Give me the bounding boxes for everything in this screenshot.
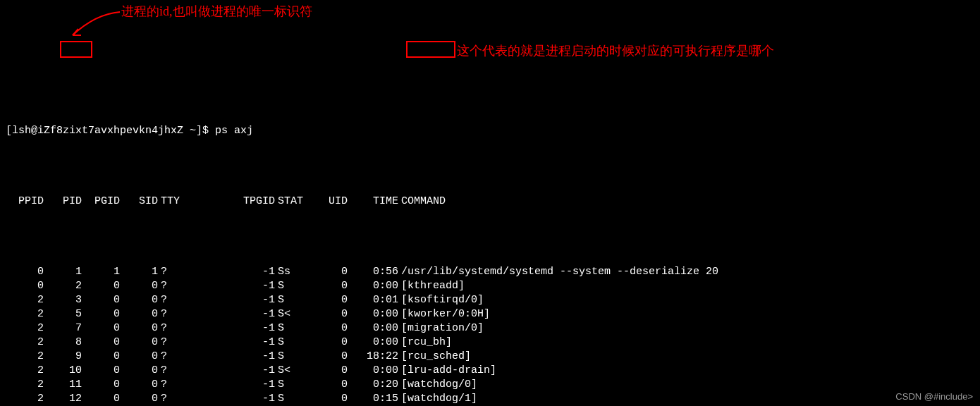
cell-pgid: 0 [82,364,120,378]
cell-stat: S< [275,307,310,321]
cell-pgid: 0 [82,321,120,336]
cell-pid: 10 [44,364,82,378]
cell-time: 0:00 [348,336,398,350]
cell-time: 0:00 [348,307,398,321]
table-row: 2800?-1S00:00[rcu_bh] [6,336,974,350]
cell-pgid: 0 [82,293,120,307]
cell-uid: 0 [310,378,348,392]
col-pid: PID [44,195,82,209]
cell-uid: 0 [310,321,348,336]
process-rows: 0111?-1Ss00:56/usr/lib/systemd/systemd -… [6,265,974,406]
cell-uid: 0 [310,307,348,321]
shell-prompt: [lsh@iZf8zixt7avxhpevkn4jhxZ ~]$ [6,124,215,138]
cell-tty: ? [158,364,224,378]
cell-ppid: 2 [6,307,44,321]
cell-sid: 0 [120,279,158,293]
table-row: 2900?-1S018:22[rcu_sched] [6,350,974,364]
cell-tpgid: -1 [224,336,275,350]
cell-pid: 8 [44,336,82,350]
cell-ppid: 2 [6,350,44,364]
cell-cmd: [ksoftirqd/0] [398,293,974,307]
cell-time: 0:00 [348,321,398,336]
cell-uid: 0 [310,279,348,293]
cell-ppid: 2 [6,293,44,307]
table-header: PPID PID PGID SID TTY TPGID STAT UID TIM… [6,195,974,209]
cell-cmd: [watchdog/0] [398,378,974,392]
annotation-pid: 进程的id,也叫做进程的唯一标识符 [121,3,312,20]
cell-ppid: 2 [6,321,44,336]
cell-pgid: 1 [82,265,120,279]
cell-uid: 0 [310,336,348,350]
col-cmd: COMMAND [398,195,974,209]
cell-sid: 0 [120,350,158,364]
cell-tpgid: -1 [224,350,275,364]
cell-ppid: 2 [6,336,44,350]
col-pgid: PGID [82,195,120,209]
cell-tty: ? [158,321,224,336]
prompt-line: [lsh@iZf8zixt7avxhpevkn4jhxZ ~]$ ps axj [6,124,974,138]
cell-tty: ? [158,336,224,350]
cell-time: 0:01 [348,293,398,307]
cell-sid: 0 [120,378,158,392]
table-row: 21100?-1S00:20[watchdog/0] [6,378,974,392]
cell-uid: 0 [310,364,348,378]
cell-cmd: [kthreadd] [398,279,974,293]
cell-tpgid: -1 [224,293,275,307]
cell-ppid: 2 [6,364,44,378]
annotation-command: 这个代表的就是进程启动的时候对应的可执行程序是哪个 [457,42,774,59]
cell-uid: 0 [310,392,348,406]
table-row: 21200?-1S00:15[watchdog/1] [6,392,974,406]
col-tpgid: TPGID [224,195,275,209]
cell-pgid: 0 [82,307,120,321]
cell-tty: ? [158,265,224,279]
cell-sid: 0 [120,364,158,378]
cell-stat: S [275,293,310,307]
typed-command: ps axj [215,124,253,138]
cell-tpgid: -1 [224,307,275,321]
cell-sid: 0 [120,336,158,350]
cell-uid: 0 [310,265,348,279]
cell-pgid: 0 [82,378,120,392]
cell-uid: 0 [310,293,348,307]
cell-ppid: 0 [6,279,44,293]
cell-pid: 3 [44,293,82,307]
cell-stat: Ss [275,265,310,279]
cell-stat: S< [275,364,310,378]
table-row: 2500?-1S<00:00[kworker/0:0H] [6,307,974,321]
cell-ppid: 2 [6,378,44,392]
cell-tty: ? [158,279,224,293]
terminal-output: [lsh@iZf8zixt7avxhpevkn4jhxZ ~]$ ps axj … [0,0,980,406]
cell-tpgid: -1 [224,364,275,378]
cell-tpgid: -1 [224,378,275,392]
cell-stat: S [275,321,310,336]
col-sid: SID [120,195,158,209]
cell-tpgid: -1 [224,265,275,279]
cell-stat: S [275,279,310,293]
col-time: TIME [348,195,398,209]
watermark: CSDN @#include> [895,391,973,402]
cell-tty: ? [158,378,224,392]
cell-ppid: 0 [6,265,44,279]
cell-uid: 0 [310,350,348,364]
cell-cmd: [kworker/0:0H] [398,307,974,321]
table-row: 0200?-1S00:00[kthreadd] [6,279,974,293]
col-tty: TTY [158,195,224,209]
cell-cmd: [watchdog/1] [398,392,974,406]
cell-time: 0:00 [348,364,398,378]
cell-pid: 5 [44,307,82,321]
cell-ppid: 2 [6,392,44,406]
cell-pgid: 0 [82,350,120,364]
col-uid: UID [310,195,348,209]
cell-tpgid: -1 [224,392,275,406]
cell-tpgid: -1 [224,321,275,336]
table-row: 2300?-1S00:01[ksoftirqd/0] [6,293,974,307]
cell-cmd: [lru-add-drain] [398,364,974,378]
cell-pgid: 0 [82,336,120,350]
cell-tpgid: -1 [224,279,275,293]
cell-pid: 2 [44,279,82,293]
cell-stat: S [275,392,310,406]
cell-stat: S [275,350,310,364]
cell-tty: ? [158,293,224,307]
cell-cmd: [rcu_sched] [398,350,974,364]
cell-time: 0:56 [348,265,398,279]
